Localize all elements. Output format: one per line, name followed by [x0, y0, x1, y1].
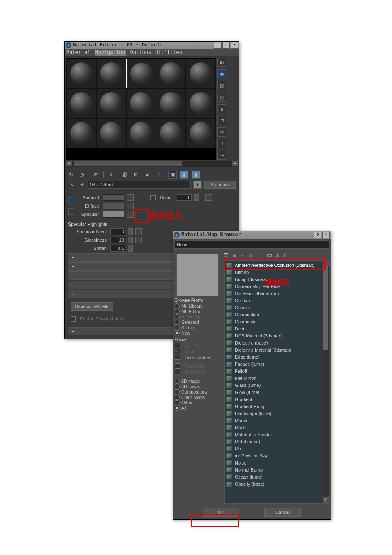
map-list-item[interactable]: Material to Shader	[226, 431, 328, 438]
map-list-item[interactable]: Normal Bump	[226, 466, 328, 473]
put-to-library-icon[interactable]: 🖫	[143, 171, 151, 178]
map-list[interactable]: Ambient/Reflective Occlusion (3dsmax)Bit…	[224, 260, 329, 504]
sample-slot[interactable]	[126, 88, 156, 118]
specular-level-map-slot[interactable]	[135, 228, 142, 235]
sample-type-icon[interactable]: ◐	[217, 58, 226, 67]
clear-lib-icon[interactable]: 🗋	[282, 252, 289, 259]
update-scene-icon[interactable]: 🖴	[266, 252, 273, 259]
map-list-item[interactable]: mr Physical Sky	[226, 452, 328, 459]
self-illum-value[interactable]: 0	[177, 194, 192, 201]
view-small-icons-icon[interactable]: ●	[239, 252, 246, 259]
save-fx-button[interactable]: Save as .FX File	[71, 302, 113, 311]
spinner-icon[interactable]	[128, 245, 133, 252]
ambient-map-slot[interactable]	[127, 194, 134, 201]
scroll-thumb[interactable]	[74, 161, 182, 166]
menu-navigation[interactable]: Navigation	[95, 50, 126, 56]
map-list-item[interactable]: Dielectric Material (3dsmax)	[226, 346, 328, 353]
map-list-item[interactable]: Edge (lume)	[226, 353, 328, 360]
sample-slot[interactable]	[96, 59, 126, 88]
radio-compositors[interactable]: Compositors	[175, 389, 221, 394]
spinner-icon[interactable]	[128, 228, 133, 235]
list-scrollbar[interactable]: ▲ ▼	[323, 261, 329, 503]
map-list-item[interactable]: Combustion	[226, 311, 328, 318]
map-list-item[interactable]: Car Paint Shader (mi)	[226, 290, 328, 297]
assign-material-icon[interactable]: 🗗	[93, 171, 100, 178]
material-name-field[interactable]: 03 - Default	[88, 181, 191, 189]
map-list-item[interactable]: Landscape (lume)	[226, 410, 328, 417]
close-button[interactable]: ×	[322, 232, 330, 238]
sample-slot[interactable]	[66, 118, 96, 148]
radio-mtl-editor[interactable]: Mtl Editor	[175, 309, 221, 314]
sample-slot[interactable]	[156, 88, 186, 118]
view-list-icons-icon[interactable]: ≡	[231, 252, 238, 259]
put-to-scene-icon[interactable]: ◔	[78, 171, 85, 178]
options-icon[interactable]: ⚙	[217, 127, 226, 137]
radio-scene[interactable]: Scene	[175, 325, 221, 330]
sample-slot[interactable]	[126, 118, 156, 148]
glossiness-map-slot[interactable]	[135, 237, 142, 243]
radio-mtl-library[interactable]: Mtl Library	[175, 303, 221, 308]
map-list-item[interactable]: Camera Map Per Pixel	[226, 283, 328, 290]
specular-map-slot[interactable]	[127, 211, 134, 218]
map-list-item[interactable]: Glow (lume)	[226, 389, 328, 396]
select-by-material-icon[interactable]: ⇪	[217, 139, 226, 148]
radio-3d-maps[interactable]: 3D maps	[175, 384, 221, 389]
soften-value[interactable]: 0.1	[110, 245, 125, 252]
view-large-icons-icon[interactable]: ◉	[248, 252, 254, 259]
ok-button[interactable]: OK	[203, 508, 239, 517]
specular-level-value[interactable]: 0	[110, 228, 125, 235]
map-list-item[interactable]: Composite	[226, 318, 328, 325]
sample-slot[interactable]	[186, 59, 216, 88]
map-list-item[interactable]: Flat Mirror	[226, 374, 328, 381]
browser-titlebar[interactable]: ◉ Material/Map Browser ? ×	[173, 231, 331, 239]
spinner-icon[interactable]	[128, 237, 133, 243]
sample-slot[interactable]	[186, 118, 216, 148]
menu-material[interactable]: Material	[66, 50, 90, 56]
scroll-down-icon[interactable]: ▼	[323, 497, 329, 503]
map-list-item[interactable]: Dent	[226, 325, 328, 332]
show-end-result-icon[interactable]: ▮	[180, 171, 188, 179]
material-name-dropdown-icon[interactable]: ▼	[193, 181, 202, 189]
diffuse-swatch[interactable]	[103, 203, 124, 209]
map-list-item[interactable]: Bitmap	[226, 269, 328, 276]
reset-icon[interactable]: X	[107, 171, 114, 178]
map-list-item[interactable]: Cellular	[226, 297, 328, 304]
make-unique-icon[interactable]: 🗏	[132, 171, 140, 178]
radio-other[interactable]: Other	[175, 400, 221, 405]
map-list-item[interactable]: Gradient	[226, 396, 328, 403]
map-list-item[interactable]: Facade (lume)	[226, 360, 328, 367]
specular-swatch[interactable]	[103, 211, 124, 218]
sample-slot[interactable]	[66, 59, 96, 88]
map-list-item[interactable]: DGS Material (3dsmax)	[226, 332, 328, 339]
sample-uv-icon[interactable]: ▥	[217, 93, 226, 102]
material-map-navigator-icon[interactable]: ⤳	[217, 151, 226, 160]
material-type-button[interactable]: Standard	[204, 181, 236, 189]
help-button[interactable]: ?	[314, 232, 321, 238]
map-list-item[interactable]: Gradient Ramp	[226, 403, 328, 410]
map-list-item[interactable]: Mix	[226, 445, 328, 452]
close-button[interactable]: ×	[231, 42, 238, 49]
maximize-button[interactable]: □	[222, 42, 230, 49]
video-check-icon[interactable]: ▯	[217, 104, 226, 113]
map-list-item[interactable]: Dielectric (base)	[226, 339, 328, 346]
preview-icon[interactable]: ⊡	[217, 116, 226, 125]
map-list-item[interactable]: Noise	[226, 459, 328, 466]
scroll-right-icon[interactable]: ►	[232, 161, 238, 166]
diffuse-map-slot[interactable]	[127, 203, 134, 209]
map-list-item[interactable]: Marble	[226, 417, 328, 424]
enable-plugin-check[interactable]	[71, 316, 76, 322]
spinner-icon[interactable]	[194, 194, 199, 201]
map-list-item[interactable]: Ambient/Reflective Occlusion (3dsmax)	[226, 262, 328, 269]
menu-options[interactable]: Options	[130, 50, 151, 56]
map-list-item[interactable]: Falloff	[226, 367, 328, 374]
minimize-button[interactable]: _	[214, 42, 222, 49]
delete-from-lib-icon[interactable]: ✕	[274, 252, 281, 259]
sample-back-icon[interactable]: ◉	[217, 69, 226, 78]
scroll-thumb[interactable]	[323, 266, 328, 350]
cancel-button[interactable]: Cancel	[264, 508, 301, 517]
check-incompatible[interactable]	[175, 355, 180, 360]
get-material-icon[interactable]: ↻	[67, 171, 75, 178]
map-list-item[interactable]: Metal (lume)	[226, 438, 328, 445]
menu-utilities[interactable]: Utilities	[155, 50, 182, 56]
self-illum-color-check[interactable]	[150, 195, 156, 200]
